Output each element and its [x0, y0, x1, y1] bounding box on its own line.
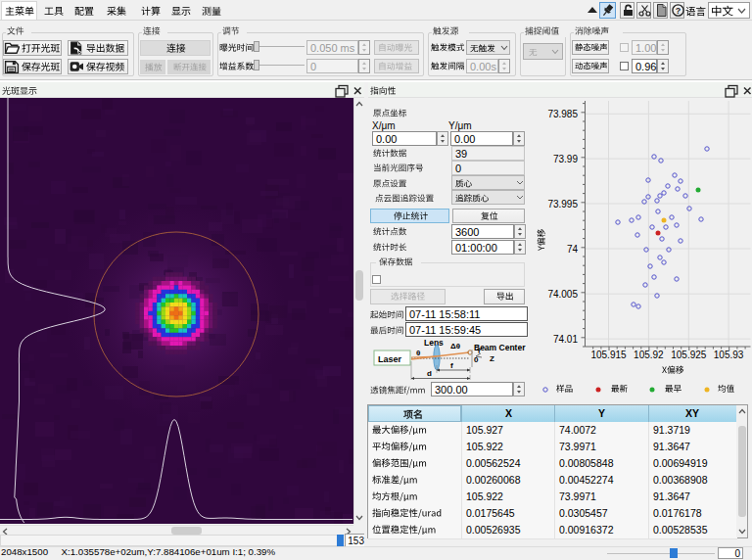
- svg-text:73.985: 73.985: [547, 109, 578, 119]
- svg-text:Z: Z: [490, 354, 494, 363]
- svg-text:?: ?: [676, 6, 682, 16]
- svg-text:105.93: 105.93: [714, 350, 744, 360]
- svg-text:105.92: 105.92: [634, 350, 664, 360]
- svg-text:74.005: 74.005: [547, 289, 578, 300]
- svg-text:f: f: [450, 361, 453, 370]
- svg-text:73.99: 73.99: [553, 154, 578, 164]
- svg-text:Laser: Laser: [378, 354, 402, 364]
- svg-text:73.995: 73.995: [547, 199, 578, 210]
- svg-text:Beam Center: Beam Center: [474, 343, 526, 352]
- svg-text:74.01: 74.01: [553, 334, 578, 345]
- svg-text:105.925: 105.925: [671, 350, 707, 360]
- svg-text:Y: Y: [477, 348, 482, 354]
- svg-text:Δθ: Δθ: [450, 342, 460, 350]
- svg-text:105.915: 105.915: [590, 350, 627, 360]
- svg-text:d: d: [427, 369, 432, 378]
- svg-text:74: 74: [567, 244, 579, 255]
- svg-text:Lens: Lens: [424, 338, 444, 348]
- svg-text:θ: θ: [416, 349, 420, 357]
